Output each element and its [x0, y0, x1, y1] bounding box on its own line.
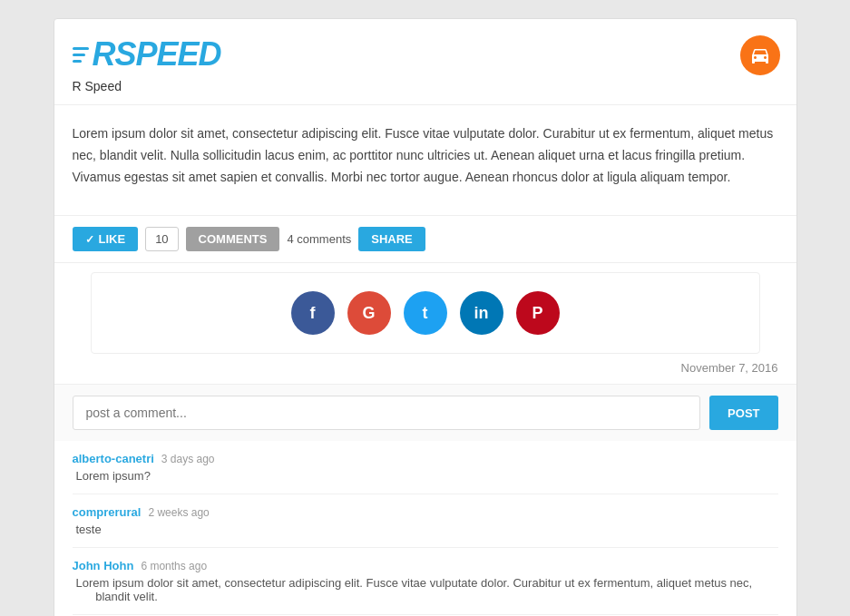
- comment-input-area: POST: [54, 384, 796, 441]
- article-text: Lorem ipsum dolor sit amet, consectetur …: [73, 123, 778, 188]
- comment-item: John Hohn 6 months ago Lorem ipsum dolor…: [73, 548, 778, 615]
- check-icon: ✓: [85, 233, 94, 246]
- comment-author[interactable]: John Hohn: [73, 559, 134, 572]
- linkedin-button[interactable]: in: [460, 291, 503, 335]
- comment-meta: alberto-canetri 3 days ago: [73, 452, 778, 465]
- post-date: November 7, 2016: [54, 354, 796, 384]
- post-button[interactable]: POST: [709, 396, 777, 430]
- logo-lines-icon: [73, 47, 89, 63]
- comment-input[interactable]: [73, 396, 701, 430]
- comment-author[interactable]: alberto-canetri: [73, 452, 154, 465]
- google-button[interactable]: G: [347, 291, 391, 335]
- comments-count: 4 comments: [287, 232, 351, 246]
- facebook-button[interactable]: f: [291, 291, 335, 335]
- comment-author[interactable]: comprerural: [73, 505, 142, 519]
- comment-time: 2 weeks ago: [148, 506, 209, 519]
- comment-meta: comprerural 2 weeks ago: [73, 505, 778, 519]
- main-card: R SPEED R Speed Lorem ipsum dolor sit am…: [54, 18, 797, 616]
- twitter-button[interactable]: t: [404, 291, 447, 335]
- comment-item: comprerural 2 weeks ago teste: [73, 494, 778, 548]
- logo-r: R: [93, 35, 115, 73]
- comment-meta: John Hohn 6 months ago: [73, 559, 778, 572]
- logo-area: R SPEED: [73, 35, 778, 73]
- comment-text: Lorem ipsum dolor sit amet, consectetur …: [73, 576, 778, 603]
- share-button[interactable]: SHARE: [358, 227, 425, 251]
- pinterest-button[interactable]: P: [516, 291, 560, 335]
- comments-list: alberto-canetri 3 days ago Lorem ipsum? …: [54, 441, 796, 615]
- comment-time: 3 days ago: [161, 453, 215, 465]
- brand-name: R Speed: [73, 79, 778, 93]
- arrow-head-icon: [54, 306, 54, 320]
- card-header: R SPEED R Speed: [54, 19, 796, 105]
- article-body: Lorem ipsum dolor sit amet, consectetur …: [54, 105, 796, 216]
- action-bar: ✓ LIKE 10 COMMENTS 4 comments SHARE: [54, 216, 796, 263]
- arrow-indicator: [54, 306, 54, 320]
- like-button[interactable]: ✓ LIKE: [73, 227, 139, 251]
- comment-time: 6 months ago: [141, 560, 207, 572]
- like-label: LIKE: [99, 232, 126, 246]
- logo-speed: SPEED: [115, 35, 221, 73]
- comment-text: teste: [73, 523, 778, 536]
- comment-text: Lorem ipsum?: [73, 469, 778, 483]
- comment-item: alberto-canetri 3 days ago Lorem ipsum?: [73, 441, 778, 494]
- share-box: f G t in P: [91, 272, 760, 354]
- car-badge-icon: [740, 35, 780, 75]
- comments-button[interactable]: COMMENTS: [186, 227, 280, 251]
- like-count: 10: [145, 227, 178, 251]
- logo: R SPEED: [73, 35, 221, 73]
